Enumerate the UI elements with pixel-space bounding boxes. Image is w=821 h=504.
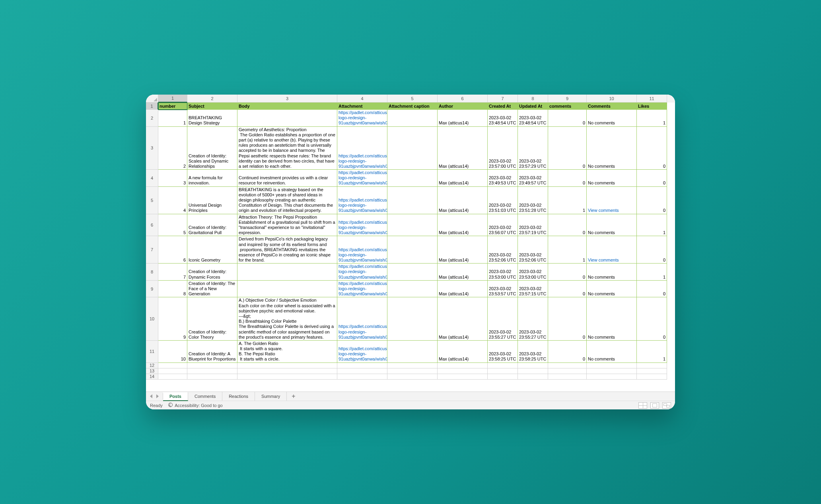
empty-cell[interactable] [237, 368, 337, 374]
cell-body[interactable] [237, 264, 337, 281]
cell-attachment[interactable]: https://padlet.com/atticus14/pepsi-logo-… [337, 281, 387, 298]
cell-attachment[interactable]: https://padlet.com/atticus14/pepsi-logo-… [337, 236, 387, 264]
row-header-13[interactable]: 13 [146, 368, 158, 374]
cell-author[interactable]: Max (atticus14) [438, 214, 488, 236]
cell-subject[interactable]: BREATHTAKING Design Strategy [187, 110, 237, 127]
add-sheet-button[interactable]: + [287, 392, 300, 401]
cell-created-at[interactable]: 2023-03-02 23:52:06 UTC [488, 236, 518, 264]
empty-cell[interactable] [158, 368, 187, 374]
cell-subject[interactable]: Universal Design Principles [187, 187, 237, 214]
cell-attachment[interactable]: https://padlet.com/atticus14/pepsi-logo-… [337, 341, 387, 363]
cell-num-comments[interactable]: 1 [548, 236, 587, 264]
col-header-7[interactable]: 7 [488, 95, 518, 103]
cell-created-at[interactable]: 2023-03-02 23:56:07 UTC [488, 214, 518, 236]
header-cell-8[interactable]: Updated At [518, 103, 548, 110]
cell-author[interactable]: Max (atticus14) [438, 341, 488, 363]
cell-comments[interactable]: No comments [587, 170, 637, 187]
cell-num-comments[interactable]: 1 [548, 187, 587, 214]
cell-body[interactable] [237, 110, 337, 127]
cell-num-comments[interactable]: 0 [548, 127, 587, 170]
col-header-9[interactable]: 9 [548, 95, 587, 103]
cell-comments[interactable]: No comments [587, 110, 637, 127]
cell-comments[interactable]: No comments [587, 214, 637, 236]
col-header-6[interactable]: 6 [438, 95, 488, 103]
cell-post-number[interactable]: 7 [158, 264, 187, 281]
empty-cell[interactable] [387, 363, 438, 368]
cell-num-comments[interactable]: 0 [548, 264, 587, 281]
cell-author[interactable]: Max (atticus14) [438, 236, 488, 264]
cell-created-at[interactable]: 2023-03-02 23:51:03 UTC [488, 187, 518, 214]
cell-body[interactable]: Attraction Theory: The Pepsi Proposition… [237, 214, 337, 236]
cell-attachment[interactable]: https://padlet.com/atticus14/pepsi-logo-… [337, 170, 387, 187]
cell-attachment-caption[interactable] [387, 281, 438, 298]
cell-likes[interactable]: 1 [637, 110, 667, 127]
empty-cell[interactable] [387, 368, 438, 374]
cell-subject[interactable]: A new formula for innovation. [187, 170, 237, 187]
cell-attachment-caption[interactable] [387, 214, 438, 236]
tab-prev-icon[interactable] [150, 394, 152, 398]
cell-body[interactable]: Continued investment provides us with a … [237, 170, 337, 187]
cell-likes[interactable]: 1 [637, 214, 667, 236]
sheet-tab-posts[interactable]: Posts [163, 392, 188, 401]
tab-next-icon[interactable] [156, 394, 159, 398]
cell-created-at[interactable]: 2023-03-02 23:53:00 UTC [488, 264, 518, 281]
cell-subject[interactable]: Creation of Identity: The Face of a New … [187, 281, 237, 298]
cell-author[interactable]: Max (atticus14) [438, 170, 488, 187]
empty-cell[interactable] [237, 363, 337, 368]
cell-subject[interactable]: Creation of Identity: Gravitational Pull [187, 214, 237, 236]
cell-likes[interactable]: 1 [637, 341, 667, 363]
cell-comments[interactable]: View comments [587, 187, 637, 214]
header-cell-7[interactable]: Created At [488, 103, 518, 110]
cell-attachment-caption[interactable] [387, 127, 438, 170]
cell-post-number[interactable]: 1 [158, 110, 187, 127]
empty-cell[interactable] [488, 368, 518, 374]
header-cell-6[interactable]: Author [438, 103, 488, 110]
empty-cell[interactable] [637, 368, 667, 374]
empty-cell[interactable] [637, 363, 667, 368]
empty-cell[interactable] [488, 374, 518, 380]
cell-comments[interactable]: View comments [587, 236, 637, 264]
cell-subject[interactable]: Iconic Geometry [187, 236, 237, 264]
empty-cell[interactable] [548, 368, 587, 374]
cell-updated-at[interactable]: 2023-03-02 23:57:29 UTC [518, 127, 548, 170]
empty-cell[interactable] [587, 363, 637, 368]
cell-comments[interactable]: No comments [587, 264, 637, 281]
cell-subject[interactable]: Creation of Identity: Scales and Dynamic… [187, 127, 237, 170]
row-header-8[interactable]: 8 [146, 264, 158, 281]
sheet-tab-comments[interactable]: Comments [188, 392, 222, 401]
cell-likes[interactable]: 0 [637, 297, 667, 341]
header-cell-10[interactable]: Comments [587, 103, 637, 110]
cell-updated-at[interactable]: 2023-03-02 23:57:15 UTC [518, 281, 548, 298]
cell-post-number[interactable]: 3 [158, 170, 187, 187]
status-accessibility[interactable]: Accessibility: Good to go [168, 403, 223, 408]
empty-cell[interactable] [438, 368, 488, 374]
header-cell-4[interactable]: Attachment [337, 103, 387, 110]
cell-updated-at[interactable]: 2023-03-02 23:57:19 UTC [518, 214, 548, 236]
cell-updated-at[interactable]: 2023-03-02 23:51:28 UTC [518, 187, 548, 214]
cell-post-number[interactable]: 6 [158, 236, 187, 264]
empty-cell[interactable] [158, 374, 187, 380]
row-header-6[interactable]: 6 [146, 214, 158, 236]
empty-cell[interactable] [438, 374, 488, 380]
cell-attachment-caption[interactable] [387, 264, 438, 281]
row-header-14[interactable]: 14 [146, 374, 158, 380]
empty-cell[interactable] [637, 374, 667, 380]
row-header-7[interactable]: 7 [146, 236, 158, 264]
empty-cell[interactable] [548, 374, 587, 380]
cell-updated-at[interactable]: 2023-03-02 23:58:25 UTC [518, 341, 548, 363]
cell-attachment[interactable]: https://padlet.com/atticus14/pepsi-logo-… [337, 297, 387, 341]
header-cell-5[interactable]: Attachment caption [387, 103, 438, 110]
cell-created-at[interactable]: 2023-03-02 23:57:00 UTC [488, 127, 518, 170]
cell-subject[interactable]: Creation of Identity: A Blueprint for Pr… [187, 341, 237, 363]
cell-updated-at[interactable]: 2023-03-02 23:49:57 UTC [518, 170, 548, 187]
cell-comments[interactable]: No comments [587, 127, 637, 170]
cell-created-at[interactable]: 2023-03-02 23:49:53 UTC [488, 170, 518, 187]
cell-updated-at[interactable]: 2023-03-02 23:48:54 UTC [518, 110, 548, 127]
cell-updated-at[interactable]: 2023-03-02 23:55:27 UTC [518, 297, 548, 341]
cell-body[interactable]: A.) Objective Color / Subjective Emotion… [237, 297, 337, 341]
cell-attachment[interactable]: https://padlet.com/atticus14/pepsi-logo-… [337, 214, 387, 236]
cell-likes[interactable]: 0 [637, 127, 667, 170]
cell-likes[interactable]: 0 [637, 236, 667, 264]
cell-post-number[interactable]: 2 [158, 127, 187, 170]
cell-attachment[interactable]: https://padlet.com/atticus14/pepsi-logo-… [337, 127, 387, 170]
